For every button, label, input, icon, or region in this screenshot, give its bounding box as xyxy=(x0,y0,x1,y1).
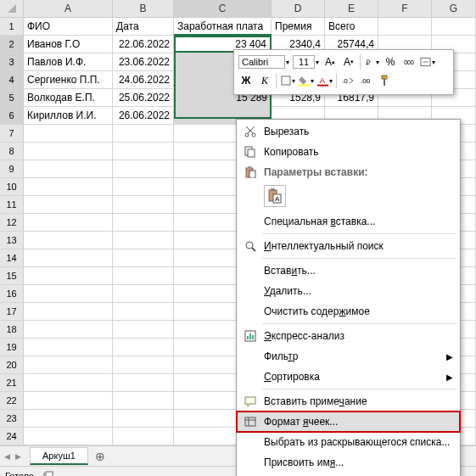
italic-button[interactable]: К xyxy=(257,73,272,88)
cell[interactable]: Дата xyxy=(113,18,174,35)
menu-sort[interactable]: Сортировка▶ xyxy=(237,367,460,387)
cell[interactable] xyxy=(113,356,174,373)
row-head[interactable]: 12 xyxy=(0,214,24,231)
cell[interactable] xyxy=(113,374,174,391)
row-head[interactable]: 5 xyxy=(0,89,24,106)
cell[interactable]: Кириллов И.И. xyxy=(24,107,113,124)
row-head[interactable]: 21 xyxy=(0,374,24,391)
decrease-decimal-icon[interactable]: .0 xyxy=(340,73,356,88)
cell[interactable]: Павлов И.Ф. xyxy=(24,53,113,70)
cell[interactable] xyxy=(24,214,113,231)
menu-cut[interactable]: Вырезать xyxy=(237,121,460,142)
cell[interactable]: Заработная плата xyxy=(174,18,272,35)
cell[interactable]: Иванов Г.О xyxy=(24,36,113,53)
cell[interactable] xyxy=(113,249,174,266)
cell[interactable] xyxy=(24,160,113,177)
font-size-dropdown[interactable]: 11▾ xyxy=(293,55,319,69)
cell[interactable] xyxy=(24,267,113,284)
cell[interactable]: Всего xyxy=(325,18,378,35)
cell[interactable]: ФИО xyxy=(24,18,113,35)
cell[interactable] xyxy=(113,285,174,302)
row-head[interactable]: 9 xyxy=(0,160,24,177)
menu-paste-special[interactable]: Специальная вставка... xyxy=(237,211,460,232)
cell[interactable] xyxy=(24,339,113,356)
cell[interactable] xyxy=(113,428,174,445)
row-head[interactable]: 16 xyxy=(0,285,24,302)
cell[interactable] xyxy=(113,392,174,409)
cell[interactable] xyxy=(24,410,113,427)
tab-nav-prev[interactable]: ◀ xyxy=(2,450,12,463)
font-family-dropdown[interactable]: Calibri▾ xyxy=(238,55,289,69)
col-head-g[interactable]: G xyxy=(432,0,476,17)
row-head[interactable]: 1 xyxy=(0,18,24,35)
cell[interactable] xyxy=(24,249,113,266)
cell[interactable]: 25.06.2022 xyxy=(113,89,174,106)
cell[interactable] xyxy=(24,428,113,445)
row-head[interactable]: 19 xyxy=(0,339,24,356)
sheet-tab-active[interactable]: Аркуш1 xyxy=(30,447,88,465)
row-head[interactable]: 3 xyxy=(0,53,24,70)
row-head[interactable]: 15 xyxy=(0,267,24,284)
row-head[interactable]: 18 xyxy=(0,321,24,338)
row-head[interactable]: 13 xyxy=(0,232,24,249)
tab-nav-next[interactable]: ▶ xyxy=(13,450,23,463)
cell[interactable] xyxy=(113,196,174,213)
decrease-font-icon[interactable]: A▾ xyxy=(341,54,356,70)
row-head[interactable]: 8 xyxy=(0,143,24,160)
cell[interactable] xyxy=(432,18,476,35)
col-head-d[interactable]: D xyxy=(272,0,325,17)
increase-decimal-icon[interactable]: .00 xyxy=(359,73,374,88)
cell[interactable] xyxy=(24,143,113,160)
menu-hyperlink[interactable]: Гиперссылка... xyxy=(237,473,460,476)
cell[interactable] xyxy=(113,214,174,231)
menu-filter[interactable]: Фильтр▶ xyxy=(237,346,460,367)
accounting-format-icon[interactable]: ₽▾ xyxy=(364,54,379,70)
col-head-e[interactable]: E xyxy=(325,0,378,17)
cell[interactable] xyxy=(113,339,174,356)
row-head[interactable]: 23 xyxy=(0,410,24,427)
cell[interactable] xyxy=(24,392,113,409)
add-sheet-button[interactable]: ⊕ xyxy=(92,448,109,465)
cell[interactable]: Волкодав Е.П. xyxy=(24,89,113,106)
cell[interactable] xyxy=(113,410,174,427)
format-painter-icon[interactable] xyxy=(378,73,393,88)
cell[interactable]: 22.06.2022 xyxy=(113,36,174,53)
menu-pick-list[interactable]: Выбрать из раскрывающегося списка... xyxy=(237,432,460,452)
row-head[interactable]: 20 xyxy=(0,356,24,373)
cell[interactable] xyxy=(113,178,174,195)
fill-color-button[interactable]: ▾ xyxy=(299,73,314,88)
menu-insert[interactable]: Вставить... xyxy=(237,260,460,281)
menu-format-cells[interactable]: Формат ячеек... xyxy=(237,412,460,432)
border-button[interactable]: ▾ xyxy=(280,73,295,88)
menu-copy[interactable]: Копировать xyxy=(237,142,460,162)
cell[interactable] xyxy=(24,232,113,249)
cell[interactable]: 23.06.2022 xyxy=(113,53,174,70)
cell[interactable] xyxy=(24,303,113,320)
percent-format-icon[interactable]: % xyxy=(383,54,398,70)
row-head[interactable]: 11 xyxy=(0,196,24,213)
cell[interactable] xyxy=(113,321,174,338)
cell[interactable] xyxy=(113,267,174,284)
row-head[interactable]: 24 xyxy=(0,428,24,445)
cell[interactable]: Премия xyxy=(272,18,325,35)
row-head[interactable]: 22 xyxy=(0,392,24,409)
cell[interactable] xyxy=(113,232,174,249)
cell[interactable] xyxy=(24,178,113,195)
increase-font-icon[interactable]: A▴ xyxy=(322,54,338,70)
cell[interactable] xyxy=(378,18,432,35)
macro-record-icon[interactable] xyxy=(42,470,56,477)
select-all-corner[interactable] xyxy=(0,0,24,17)
col-head-f[interactable]: F xyxy=(378,0,432,17)
comma-format-icon[interactable]: 000 xyxy=(401,54,417,70)
cell[interactable] xyxy=(24,356,113,373)
row-head[interactable]: 7 xyxy=(0,125,24,142)
row-head[interactable]: 2 xyxy=(0,36,24,53)
cell[interactable] xyxy=(113,160,174,177)
cell[interactable] xyxy=(24,321,113,338)
paste-default-button[interactable]: A xyxy=(264,185,286,207)
row-head[interactable]: 14 xyxy=(0,249,24,266)
menu-clear[interactable]: Очистить содержимое xyxy=(237,301,460,322)
bold-button[interactable]: Ж xyxy=(238,73,254,88)
cell[interactable] xyxy=(113,125,174,142)
col-head-a[interactable]: A xyxy=(24,0,113,17)
